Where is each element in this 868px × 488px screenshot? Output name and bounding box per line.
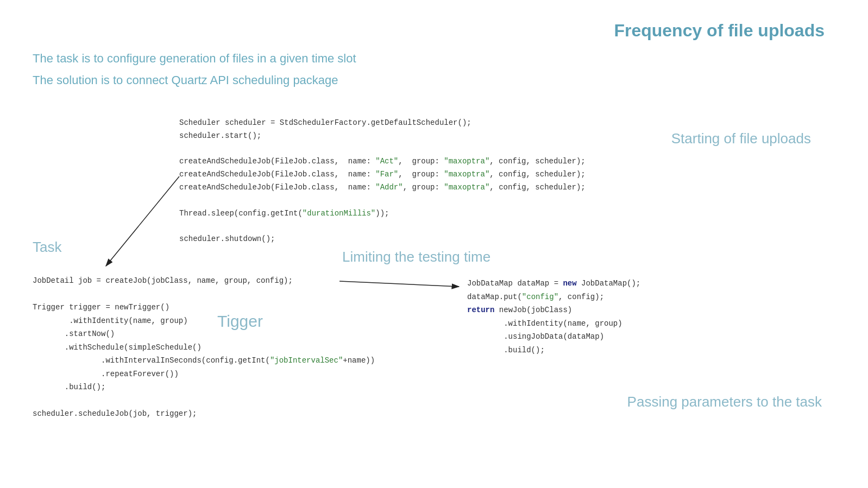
code-br-6: .build(); [467,344,640,357]
label-passing: Passing parameters to the task [627,394,822,410]
code-br-4: .withIdentity(name, group) [467,317,640,331]
page-title: Frequency of file uploads [614,21,825,41]
code-bl-spacer2 [33,394,375,408]
code-br-1: JobDataMap dataMap = new JobDataMap(); [467,277,640,290]
code-bl-9: scheduler.scheduleJob(job, trigger); [33,407,375,421]
task-arrow [106,176,179,266]
code-line-1: Scheduler scheduler = StdSchedulerFactor… [179,117,586,130]
subtitle-1: The task is to configure generation of f… [33,52,356,66]
label-limiting: Limiting the testing time [342,249,490,265]
label-starting: Starting of file uploads [671,130,811,147]
code-line-4: createAndScheduleJob(FileJob.class, name… [179,168,586,181]
code-line-5: createAndScheduleJob(FileJob.class, name… [179,181,586,194]
code-line-spacer-3 [179,220,586,233]
code-top-block: Scheduler scheduler = StdSchedulerFactor… [179,117,586,246]
code-bottom-right-block: JobDataMap dataMap = new JobDataMap(); d… [467,277,640,357]
code-bottom-left-block: JobDetail job = createJob(jobClass, name… [33,274,375,421]
code-bl-8: .build(); [33,381,375,394]
code-bl-1: JobDetail job = createJob(jobClass, name… [33,274,375,288]
code-bl-spacer [33,288,375,301]
code-line-3: createAndScheduleJob(FileJob.class, name… [179,155,586,168]
code-bl-2: Trigger trigger = newTrigger() [33,301,375,314]
code-line-spacer-2 [179,194,586,207]
code-bl-3: .withIdentity(name, group) [33,314,375,328]
code-line-2: scheduler.start(); [179,130,586,143]
code-line-7: scheduler.shutdown(); [179,233,586,246]
code-bl-6: .withIntervalInSeconds(config.getInt("jo… [33,354,375,367]
code-br-2: dataMap.put("config", config); [467,290,640,304]
code-bl-7: .repeatForever()) [33,367,375,381]
code-br-5: .usingJobData(dataMap) [467,330,640,344]
subtitle-2: The solution is to connect Quartz API sc… [33,73,338,87]
label-task: Task [33,239,61,256]
code-br-3: return newJob(jobClass) [467,303,640,317]
code-bl-5: .withSchedule(simpleSchedule() [33,341,375,354]
code-bl-4: .startNow() [33,327,375,341]
code-line-6: Thread.sleep(config.getInt("durationMill… [179,207,586,220]
code-line-spacer-1 [179,143,586,156]
